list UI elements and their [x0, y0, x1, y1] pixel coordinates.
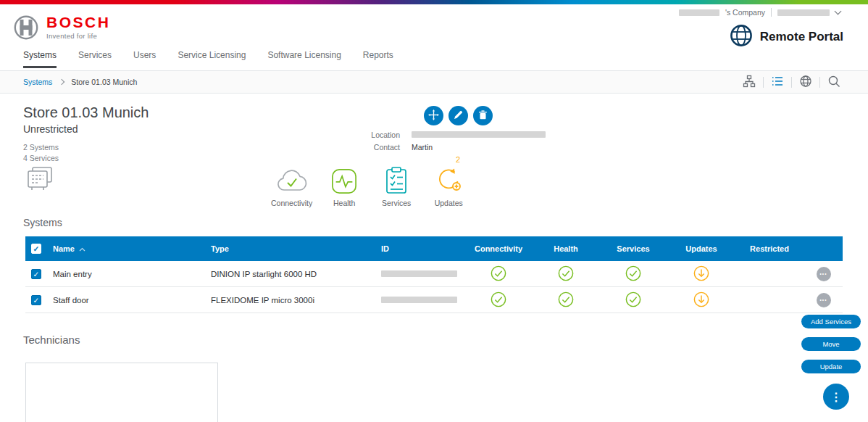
status-services: Services: [376, 155, 417, 207]
table-row: ✓ Main entry DINION IP starlight 6000 HD…: [25, 261, 843, 287]
row-menu-button[interactable]: •••: [817, 267, 831, 281]
bosch-logo[interactable]: BOSCH Invented for life: [13, 15, 110, 44]
tab-services[interactable]: Services: [78, 50, 112, 68]
services-checklist-icon: [385, 165, 407, 194]
systems-section-heading: Systems: [23, 217, 62, 228]
services-ok-icon: [625, 291, 641, 309]
move-icon: [428, 109, 439, 123]
column-header-restricted[interactable]: Restricted: [750, 244, 789, 253]
status-connectivity: Connectivity: [271, 155, 312, 207]
health-ok-icon: [558, 265, 574, 283]
chevron-right-icon: [59, 79, 64, 85]
add-services-button[interactable]: Add Services: [801, 315, 861, 328]
brand-name: BOSCH: [46, 15, 110, 30]
technician-card[interactable]: [25, 363, 218, 422]
restriction-status: Unrestricted: [23, 123, 149, 135]
location-contact-block: Location Contact Martin: [327, 131, 546, 152]
store-site-icon: [26, 165, 55, 196]
chevron-down-icon[interactable]: [835, 7, 842, 15]
breadcrumb-systems-link[interactable]: Systems: [23, 78, 52, 86]
view-tools: [735, 75, 848, 90]
delete-store-button[interactable]: [473, 106, 493, 125]
bulk-actions: Add Services Move Update ⋮: [801, 315, 861, 410]
portal-name: Remote Portal: [760, 30, 843, 44]
account-divider: [771, 8, 772, 17]
systems-table: ✓ Name Type ID Connectivity Health Servi…: [25, 236, 843, 313]
brand-tagline: Invented for life: [46, 32, 110, 40]
tree-view-icon: [743, 75, 756, 90]
breadcrumb-bar: Systems Store 01.03 Munich: [0, 70, 868, 94]
map-view-button[interactable]: [792, 75, 819, 90]
more-actions-button[interactable]: ⋮: [823, 384, 849, 410]
store-actions: [424, 106, 493, 125]
tab-software-licensing[interactable]: Software Licensing: [267, 50, 341, 68]
redacted-location-value: [412, 131, 546, 138]
status-label: Health: [333, 199, 355, 207]
contact-value: Martin: [412, 143, 546, 152]
list-view-button[interactable]: [764, 75, 791, 90]
list-view-icon: [771, 75, 784, 90]
company-suffix: 's Company: [725, 8, 765, 17]
tree-view-button[interactable]: [735, 75, 763, 90]
account-bar: 's Company: [679, 8, 840, 17]
status-health: Health: [324, 155, 364, 207]
column-header-services[interactable]: Services: [617, 244, 649, 253]
page-title: Store 01.03 Munich: [23, 104, 149, 121]
globe-icon: [729, 23, 754, 51]
system-type: FLEXIDOME IP micro 3000i: [205, 296, 375, 305]
connectivity-ok-icon: [491, 265, 506, 283]
column-header-id[interactable]: ID: [375, 244, 464, 253]
updates-count-badge: 2: [456, 155, 460, 164]
edit-store-button[interactable]: [448, 106, 468, 125]
breadcrumb-current: Store 01.03 Munich: [71, 78, 137, 86]
tab-users[interactable]: Users: [133, 50, 156, 68]
technicians-section-heading: Technicians: [23, 334, 80, 346]
row-checkbox[interactable]: ✓: [31, 269, 41, 279]
table-header-row: ✓ Name Type ID Connectivity Health Servi…: [25, 236, 843, 261]
status-label: Services: [382, 199, 411, 207]
move-store-button[interactable]: [424, 106, 443, 125]
updates-cycle-icon: [434, 165, 463, 194]
select-all-checkbox[interactable]: ✓: [31, 244, 41, 254]
tab-reports[interactable]: Reports: [363, 50, 393, 68]
services-ok-icon: [625, 265, 641, 283]
health-ok-icon: [558, 291, 574, 309]
sort-ascending-icon: [79, 244, 85, 253]
system-name: Main entry: [47, 270, 205, 278]
column-header-connectivity[interactable]: Connectivity: [475, 244, 522, 253]
services-count: 4 Services: [23, 153, 149, 164]
search-icon: [827, 75, 840, 90]
tab-service-licensing[interactable]: Service Licensing: [178, 50, 246, 68]
column-label: Name: [53, 244, 75, 253]
update-available-icon: [693, 265, 709, 283]
health-pulse-icon: [331, 165, 357, 194]
table-row: ✓ Staff door FLEXIDOME IP micro 3000i ••…: [25, 287, 843, 313]
column-header-name[interactable]: Name: [47, 244, 205, 253]
breadcrumb: Systems Store 01.03 Munich: [23, 78, 137, 86]
search-button[interactable]: [820, 75, 848, 90]
portal-brand: Remote Portal: [729, 23, 843, 51]
bosch-supergraphic-bar: [0, 0, 868, 4]
redacted-system-id: [381, 297, 457, 303]
brand-text-block: BOSCH Invented for life: [46, 15, 110, 40]
system-type: DINION IP starlight 6000 HD: [205, 270, 375, 278]
row-menu-button[interactable]: •••: [817, 293, 831, 307]
update-button[interactable]: Update: [801, 360, 861, 373]
column-header-updates[interactable]: Updates: [685, 244, 717, 253]
column-header-type[interactable]: Type: [205, 244, 375, 253]
globe-small-icon: [799, 75, 812, 90]
redacted-user-name: [679, 9, 719, 16]
trash-icon: [478, 110, 488, 122]
redacted-account-menu[interactable]: [777, 9, 830, 16]
move-button[interactable]: Move: [801, 337, 861, 351]
tab-systems[interactable]: Systems: [23, 50, 57, 68]
connectivity-cloud-icon: [275, 165, 309, 194]
column-header-health[interactable]: Health: [554, 244, 578, 253]
status-updates: 2 Updates: [428, 155, 469, 207]
systems-count: 2 Systems: [23, 142, 149, 153]
bosch-logo-icon: [13, 15, 39, 44]
redacted-system-id: [381, 270, 457, 277]
system-name: Staff door: [47, 296, 205, 305]
row-checkbox[interactable]: ✓: [31, 295, 41, 305]
status-label: Connectivity: [271, 199, 312, 207]
